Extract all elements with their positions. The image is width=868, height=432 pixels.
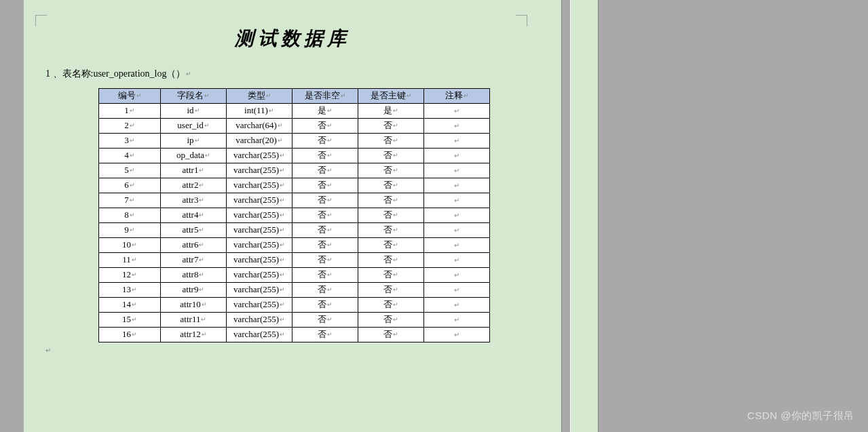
table-cell: 否↵ (293, 283, 358, 298)
table-cell: attr9↵ (161, 283, 227, 298)
table-cell: varchar(255)↵ (227, 163, 293, 178)
table-cell: ↵ (424, 149, 490, 163)
table-cell: ↵ (424, 134, 490, 149)
table-cell: varchar(255)↵ (227, 313, 293, 328)
table-cell: 否↵ (358, 313, 424, 328)
table-cell: ↵ (424, 223, 490, 238)
table-cell: 否↵ (358, 178, 424, 193)
column-header: 注释↵ (424, 89, 490, 104)
table-cell: 否↵ (293, 134, 358, 149)
table-cell: varchar(255)↵ (227, 253, 293, 268)
table-row: 12↵attr8↵varchar(255)↵否↵否↵↵ (99, 268, 490, 283)
table-cell: varchar(255)↵ (227, 223, 293, 238)
table-cell: 否↵ (293, 119, 358, 134)
paragraph-mark-icon: ↵ (24, 347, 561, 354)
section-label-text: 1 、表名称:user_operation_log（） (45, 68, 185, 79)
table-cell: ↵ (424, 193, 490, 208)
table-cell: 14↵ (99, 298, 161, 313)
table-cell: attr10↵ (161, 298, 227, 313)
table-cell: ↵ (424, 328, 490, 342)
table-cell: 否↵ (358, 208, 424, 223)
table-cell: 否↵ (293, 208, 358, 223)
viewport: 测试数据库 1 、表名称:user_operation_log（）↵ 编号↵字段… (0, 0, 868, 432)
table-cell: ↵ (424, 208, 490, 223)
table-cell: attr7↵ (161, 253, 227, 268)
table-row: 2↵user_id↵varchar(64)↵否↵否↵↵ (99, 119, 490, 134)
table-cell: attr2↵ (161, 178, 227, 193)
table-cell: 1↵ (99, 104, 161, 119)
table-cell: 否↵ (293, 163, 358, 178)
table-row: 11↵attr7↵varchar(255)↵否↵否↵↵ (99, 253, 490, 268)
table-cell: ↵ (424, 313, 490, 328)
table-cell: 否↵ (293, 268, 358, 283)
table-cell: ↵ (424, 283, 490, 298)
table-cell: user_id↵ (161, 119, 227, 134)
table-cell: varchar(255)↵ (227, 208, 293, 223)
table-cell: ↵ (424, 104, 490, 119)
table-cell: varchar(255)↵ (227, 268, 293, 283)
table-cell: 否↵ (293, 253, 358, 268)
table-row: 14↵attr10↵varchar(255)↵否↵否↵↵ (99, 298, 490, 313)
table-cell: 4↵ (99, 149, 161, 163)
table-cell: 13↵ (99, 283, 161, 298)
column-header: 编号↵ (99, 89, 161, 104)
table-cell: 3↵ (99, 134, 161, 149)
table-cell: ↵ (424, 298, 490, 313)
table-row: 7↵attr3↵varchar(255)↵否↵否↵↵ (99, 193, 490, 208)
column-header: 是否非空↵ (293, 89, 358, 104)
section-label: 1 、表名称:user_operation_log（）↵ (24, 68, 561, 80)
table-cell: 8↵ (99, 208, 161, 223)
table-cell: 15↵ (99, 313, 161, 328)
table-cell: 否↵ (358, 223, 424, 238)
watermark: CSDN @你的凯子很吊 (747, 410, 854, 423)
table-cell: varchar(255)↵ (227, 328, 293, 342)
table-cell: 否↵ (358, 149, 424, 163)
table-cell: 否↵ (293, 193, 358, 208)
column-header: 类型↵ (227, 89, 293, 104)
table-cell: attr3↵ (161, 193, 227, 208)
table-row: 16↵attr12↵varchar(255)↵否↵否↵↵ (99, 328, 490, 342)
table-cell: varchar(255)↵ (227, 298, 293, 313)
table-row: 3↵ip↵varchar(20)↵否↵否↵↵ (99, 134, 490, 149)
table-cell: 否↵ (293, 149, 358, 163)
table-cell: 否↵ (293, 328, 358, 342)
table-row: 10↵attr6↵varchar(255)↵否↵否↵↵ (99, 238, 490, 253)
table-row: 9↵attr5↵varchar(255)↵否↵否↵↵ (99, 223, 490, 238)
table-cell: 10↵ (99, 238, 161, 253)
table-cell: ↵ (424, 178, 490, 193)
table-cell: 否↵ (358, 134, 424, 149)
table-cell: id↵ (161, 104, 227, 119)
table-cell: ↵ (424, 163, 490, 178)
table-cell: 7↵ (99, 193, 161, 208)
table-row: 8↵attr4↵varchar(255)↵否↵否↵↵ (99, 208, 490, 223)
column-header: 字段名↵ (161, 89, 227, 104)
table-cell: attr6↵ (161, 238, 227, 253)
table-cell: attr4↵ (161, 208, 227, 223)
table-cell: varchar(20)↵ (227, 134, 293, 149)
table-cell: ip↵ (161, 134, 227, 149)
document-content: 测试数据库 1 、表名称:user_operation_log（）↵ 编号↵字段… (24, 0, 561, 354)
table-cell: attr8↵ (161, 268, 227, 283)
table-row: 13↵attr9↵varchar(255)↵否↵否↵↵ (99, 283, 490, 298)
table-cell: ↵ (424, 253, 490, 268)
table-cell: attr5↵ (161, 223, 227, 238)
table-row: 15↵attr11↵varchar(255)↵否↵否↵↵ (99, 313, 490, 328)
table-cell: op_data↵ (161, 149, 227, 163)
table-cell: 否↵ (293, 238, 358, 253)
table-cell: ↵ (424, 268, 490, 283)
table-cell: varchar(255)↵ (227, 178, 293, 193)
table-cell: varchar(255)↵ (227, 238, 293, 253)
column-header: 是否主键↵ (358, 89, 424, 104)
table-cell: 否↵ (293, 298, 358, 313)
schema-table: 编号↵字段名↵类型↵是否非空↵是否主键↵注释↵ 1↵id↵int(11)↵是↵是… (98, 88, 490, 342)
table-cell: ↵ (424, 238, 490, 253)
table-row: 4↵op_data↵varchar(255)↵否↵否↵↵ (99, 149, 490, 163)
table-cell: 否↵ (358, 253, 424, 268)
table-cell: 否↵ (293, 223, 358, 238)
table-cell: ↵ (424, 119, 490, 134)
table-cell: 否↵ (293, 313, 358, 328)
table-cell: attr11↵ (161, 313, 227, 328)
table-row: 1↵id↵int(11)↵是↵是↵↵ (99, 104, 490, 119)
table-body: 1↵id↵int(11)↵是↵是↵↵2↵user_id↵varchar(64)↵… (99, 104, 490, 342)
table-cell: 否↵ (358, 298, 424, 313)
